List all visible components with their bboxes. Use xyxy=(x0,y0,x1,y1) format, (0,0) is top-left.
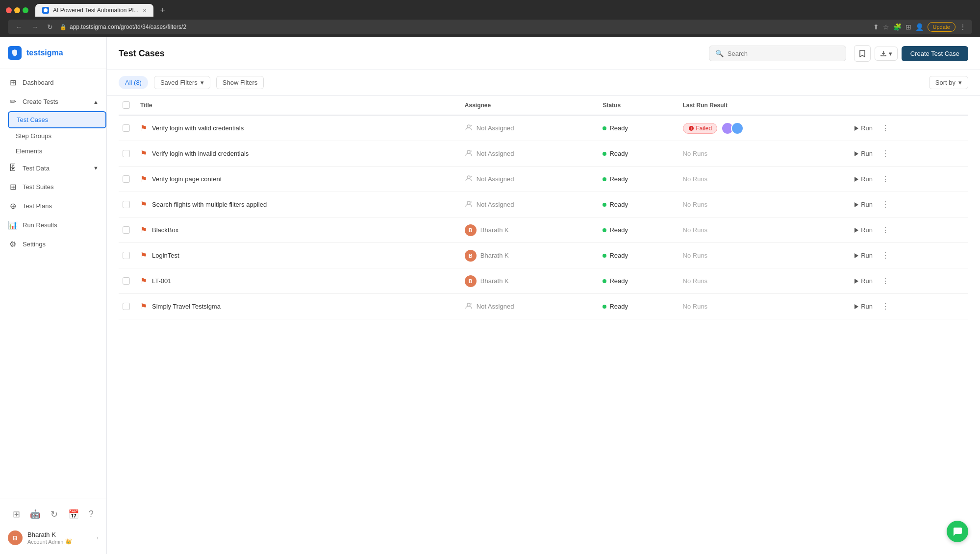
test-case-title[interactable]: Verify login page content xyxy=(152,175,222,183)
more-options-button[interactable]: ⋮ xyxy=(879,121,892,135)
maximize-window-button[interactable] xyxy=(23,7,28,13)
show-filters-button[interactable]: Show Filters xyxy=(216,76,264,89)
test-case-title[interactable]: Verify login with invalid credentials xyxy=(152,150,249,157)
sidebar-item-elements[interactable]: Elements xyxy=(8,144,106,159)
tab-close-button[interactable]: ✕ xyxy=(143,8,147,13)
title-cell: ⚑ LoginTest xyxy=(140,251,457,260)
more-options-button[interactable]: ⋮ xyxy=(879,249,892,262)
no-assignee-icon xyxy=(465,302,473,311)
run-results-icon: 📊 xyxy=(8,220,18,230)
run-button[interactable]: Run xyxy=(849,250,877,261)
url-text: app.testsigma.com/groot/td/34/cases/filt… xyxy=(70,24,186,30)
assignee-name: Not Assigned xyxy=(477,303,514,310)
run-button[interactable]: Run xyxy=(849,199,877,210)
row-checkbox[interactable] xyxy=(123,201,130,208)
search-box[interactable]: 🔍 xyxy=(709,46,846,61)
chat-fab-button[interactable] xyxy=(947,521,968,542)
new-tab-button[interactable]: + xyxy=(156,4,170,17)
bookmark-action-button[interactable] xyxy=(854,45,871,62)
profile-icon[interactable]: 👤 xyxy=(915,23,924,31)
bot-icon[interactable]: 🤖 xyxy=(28,507,43,522)
saved-filters-button[interactable]: Saved Filters ▾ xyxy=(154,76,210,89)
run-button[interactable]: Run xyxy=(849,224,877,236)
browser-tab-active[interactable]: AI Powered Test Automation Pl... ✕ xyxy=(35,4,153,17)
more-options-button[interactable]: ⋮ xyxy=(879,223,892,237)
sidebar-item-test-suites[interactable]: ⊞ Test Suites xyxy=(0,177,106,196)
reload-button[interactable]: ↻ xyxy=(45,22,55,32)
help-icon[interactable]: ? xyxy=(87,507,96,522)
more-options-button[interactable]: ⋮ xyxy=(879,172,892,186)
sidebar-item-test-plans[interactable]: ⊕ Test Plans xyxy=(0,196,106,216)
filter-tab-all[interactable]: All (8) xyxy=(119,76,148,89)
sidebar-item-create-tests[interactable]: ✏ Create Tests ▲ xyxy=(0,92,106,111)
sidebar-item-test-data[interactable]: 🗄 Test Data ▼ xyxy=(0,159,106,177)
assignee-cell: B Bharath K xyxy=(465,250,595,262)
create-tests-children: Test Cases Step Groups Elements xyxy=(0,111,106,159)
title-cell: ⚑ BlackBox xyxy=(140,225,457,235)
more-options-button[interactable]: ⋮ xyxy=(879,300,892,313)
user-info[interactable]: B Bharath K Account Admin 👑 › xyxy=(0,526,106,550)
share-icon[interactable]: ⬆ xyxy=(873,23,879,31)
test-case-title[interactable]: Simply Travel Testsigma xyxy=(152,303,221,310)
last-run-cell: No Runs xyxy=(683,150,842,157)
calendar-icon[interactable]: 📅 xyxy=(66,507,81,522)
update-button[interactable]: Update xyxy=(928,22,955,32)
menu-icon[interactable]: ⋮ xyxy=(959,23,966,31)
row-checkbox[interactable] xyxy=(123,175,130,183)
select-all-checkbox[interactable] xyxy=(123,101,130,109)
more-options-button[interactable]: ⋮ xyxy=(879,147,892,160)
app: testsigma ⊞ Dashboard ✏ Create Tests ▲ T… xyxy=(0,37,980,554)
table-row: ⚑ Simply Travel Testsigma Not Assigned R… xyxy=(119,294,968,319)
sidebar-item-dashboard[interactable]: ⊞ Dashboard xyxy=(0,73,106,92)
assignee-name: Bharath K xyxy=(480,277,509,285)
run-button[interactable]: Run xyxy=(849,148,877,159)
test-case-title[interactable]: LT-001 xyxy=(152,277,172,285)
assignee-cell: Not Assigned xyxy=(465,149,595,158)
sort-by-button[interactable]: Sort by ▾ xyxy=(929,76,968,89)
sidebar-item-run-results[interactable]: 📊 Run Results xyxy=(0,216,106,235)
sidebar-item-test-cases[interactable]: Test Cases xyxy=(8,111,106,128)
run-button[interactable]: Run xyxy=(849,275,877,287)
row-checkbox[interactable] xyxy=(123,226,130,234)
sidebar-item-settings[interactable]: ⚙ Settings xyxy=(0,235,106,254)
test-case-title[interactable]: Verify login with valid credentials xyxy=(152,124,244,132)
run-button[interactable]: Run xyxy=(849,173,877,185)
row-checkbox[interactable] xyxy=(123,277,130,285)
test-case-title[interactable]: BlackBox xyxy=(152,226,178,234)
row-checkbox[interactable] xyxy=(123,303,130,310)
row-checkbox[interactable] xyxy=(123,252,130,259)
grid-icon[interactable]: ⊞ xyxy=(11,507,22,522)
test-case-title[interactable]: Search flights with multiple filters app… xyxy=(152,201,267,208)
more-options-button[interactable]: ⋮ xyxy=(879,274,892,288)
extensions-icon[interactable]: 🧩 xyxy=(893,23,902,31)
row-checkbox[interactable] xyxy=(123,150,130,157)
more-options-button[interactable]: ⋮ xyxy=(879,198,892,211)
svg-line-10 xyxy=(471,176,472,177)
search-input[interactable] xyxy=(728,50,840,57)
url-bar[interactable]: 🔒 app.testsigma.com/groot/td/34/cases/fi… xyxy=(60,24,868,30)
run-button[interactable]: Run xyxy=(849,122,877,134)
forward-button[interactable]: → xyxy=(29,22,40,32)
browser-address-bar: ← → ↻ 🔒 app.testsigma.com/groot/td/34/ca… xyxy=(8,20,972,34)
sidebar-toggle-icon[interactable]: ⊞ xyxy=(905,23,911,31)
last-run-cell: ! Failed xyxy=(683,122,842,135)
refresh-icon[interactable]: ↻ xyxy=(49,507,60,522)
status-text: Ready xyxy=(609,201,628,208)
create-test-case-button[interactable]: Create Test Case xyxy=(902,46,968,61)
back-button[interactable]: ← xyxy=(14,22,25,32)
main-content: Test Cases 🔍 ▾ Create Test Case All (8) … xyxy=(107,37,980,554)
run-button[interactable]: Run xyxy=(849,301,877,312)
bookmark-icon[interactable]: ☆ xyxy=(883,23,889,31)
test-data-icon: 🗄 xyxy=(8,164,18,172)
test-case-title[interactable]: LoginTest xyxy=(152,252,179,259)
browser-chrome: AI Powered Test Automation Pl... ✕ + ← →… xyxy=(0,0,980,37)
export-button[interactable]: ▾ xyxy=(875,47,898,61)
minimize-window-button[interactable] xyxy=(14,7,20,13)
no-runs-text: No Runs xyxy=(683,150,708,157)
close-window-button[interactable] xyxy=(6,7,12,13)
row-checkbox[interactable] xyxy=(123,124,130,132)
sidebar-item-label: Test Plans xyxy=(23,202,52,210)
status-text: Ready xyxy=(609,124,628,132)
sidebar-item-step-groups[interactable]: Step Groups xyxy=(8,128,106,144)
svg-point-12 xyxy=(467,201,470,204)
